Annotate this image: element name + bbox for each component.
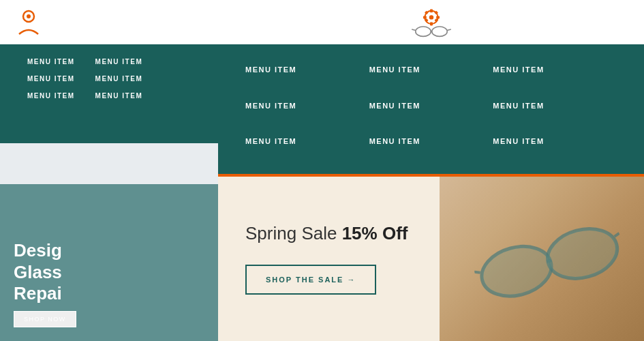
center-logo-icon [404, 5, 459, 40]
nav-item-6[interactable]: MENU ITEM [493, 98, 617, 121]
left-menu-col-2: MENU ITEM MENU ITEM MENU ITEM [95, 58, 143, 100]
nav-item-4[interactable]: MENU ITEM [245, 98, 369, 121]
glasses-background [440, 177, 644, 341]
left-panel: MENU ITEM MENU ITEM MENU ITEM MENU ITEM … [0, 0, 218, 341]
svg-rect-5 [430, 22, 433, 25]
center-logo [397, 5, 465, 40]
hero-text: Desig Glass Repai [14, 240, 76, 304]
nav-item-8[interactable]: MENU ITEM [369, 133, 493, 157]
left-image-top [0, 143, 218, 184]
right-header [218, 0, 644, 44]
nav-item-5[interactable]: MENU ITEM [369, 98, 493, 121]
left-header [0, 0, 218, 44]
left-cta-button[interactable]: SHOP NOW [14, 311, 76, 327]
sale-content: Spring Sale 15% Off SHOP THE SALE → [245, 223, 408, 295]
left-menu: MENU ITEM MENU ITEM MENU ITEM MENU ITEM … [0, 44, 218, 113]
svg-point-12 [415, 27, 430, 36]
nav-item-2[interactable]: MENU ITEM [369, 61, 493, 85]
left-menu-item[interactable]: MENU ITEM [95, 92, 143, 100]
left-menu-item[interactable]: MENU ITEM [27, 92, 75, 100]
svg-point-22 [542, 221, 623, 286]
svg-point-1 [27, 14, 31, 18]
nav-item-3[interactable]: MENU ITEM [493, 61, 617, 85]
sale-image [440, 177, 644, 341]
left-hero-text: Desig Glass Repai SHOP NOW [14, 240, 76, 327]
shop-sale-button[interactable]: SHOP THE SALE → [245, 265, 376, 295]
logo-icon [14, 7, 44, 38]
left-menu-item[interactable]: MENU ITEM [95, 75, 143, 83]
svg-point-21 [476, 239, 557, 303]
nav-item-9[interactable]: MENU ITEM [493, 133, 617, 157]
nav-item-1[interactable]: MENU ITEM [245, 61, 369, 85]
nav-dropdown: MENU ITEM MENU ITEM MENU ITEM MENU ITEM … [218, 44, 644, 174]
left-menu-item[interactable]: MENU ITEM [27, 75, 75, 83]
sale-title: Spring Sale 15% Off [245, 223, 408, 244]
nav-item-7[interactable]: MENU ITEM [245, 133, 369, 157]
left-menu-col-1: MENU ITEM MENU ITEM MENU ITEM [27, 58, 75, 100]
left-menu-item[interactable]: MENU ITEM [27, 58, 75, 65]
svg-line-19 [474, 270, 480, 273]
svg-line-15 [412, 29, 416, 31]
sale-banner: Spring Sale 15% Off SHOP THE SALE → [218, 174, 644, 341]
svg-line-20 [614, 233, 620, 236]
left-content-area: Desig Glass Repai SHOP NOW [0, 143, 218, 341]
svg-line-16 [447, 29, 451, 31]
svg-point-3 [429, 15, 433, 19]
left-hero-section: Desig Glass Repai SHOP NOW [0, 184, 218, 341]
svg-rect-4 [430, 9, 433, 12]
sale-title-normal: Spring Sale [245, 223, 342, 243]
svg-rect-6 [423, 16, 427, 18]
svg-rect-7 [436, 16, 440, 18]
glasses-illustration [468, 210, 629, 308]
svg-point-13 [431, 27, 446, 36]
left-menu-item[interactable]: MENU ITEM [95, 58, 143, 65]
right-panel: MENU ITEM MENU ITEM MENU ITEM MENU ITEM … [218, 0, 644, 341]
sale-title-bold: 15% Off [342, 223, 408, 243]
